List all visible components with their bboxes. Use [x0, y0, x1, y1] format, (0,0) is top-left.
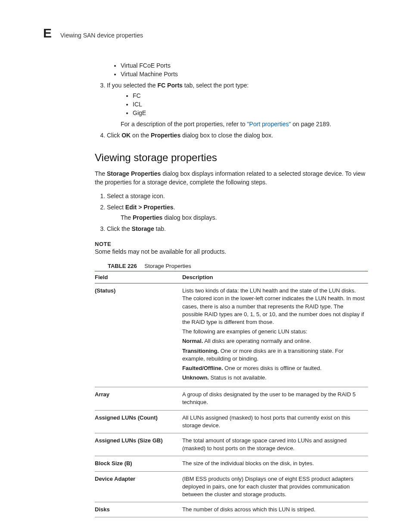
text: Click the — [107, 225, 132, 232]
desc-cell: The size of the individual blocks on the… — [182, 456, 368, 471]
intro-paragraph: The Storage Properties dialog box displa… — [95, 170, 368, 187]
step-text: tab, select the port type: — [183, 82, 249, 89]
desc-cell: The total amount of storage space carved… — [182, 433, 368, 456]
step-1: Select a storage icon. — [107, 193, 368, 199]
text: Lists two kinds of data: the LUN health … — [182, 287, 365, 326]
note-text: Some fields may not be available for all… — [95, 248, 368, 255]
step-2: Select Edit > Properties. The Properties… — [107, 204, 368, 221]
section-heading: Viewing storage properties — [95, 152, 368, 164]
text: tab. — [154, 225, 166, 232]
list-item: Virtual FCoE Ports — [121, 62, 368, 69]
text: . — [173, 204, 175, 211]
properties-label: Properties — [151, 132, 181, 139]
text: For a description of the port properties… — [121, 121, 247, 128]
field-cell: Assigned LUNs (Count) — [95, 410, 182, 433]
dialog-name: Storage Properties — [107, 170, 161, 177]
table-number: TABLE 226 — [108, 263, 137, 269]
desc-cell: The number of disks across which this LU… — [182, 502, 368, 517]
col-field: Field — [95, 271, 182, 283]
field-cell: Disks — [95, 502, 182, 517]
desc-cell: Lists two kinds of data: the LUN health … — [182, 283, 368, 387]
menu-path: Edit > Properties — [125, 204, 174, 211]
running-title: Viewing SAN device properties — [60, 32, 143, 39]
desc-cell: A group of disks designated by the user … — [182, 387, 368, 410]
table-header-row: Field Description — [95, 271, 368, 283]
status-faulted: Faulted/Offline. — [182, 365, 223, 371]
table-row: Device Adapter (IBM ESS products only) D… — [95, 471, 368, 502]
procedure-continued: If you selected the FC Ports tab, select… — [95, 82, 368, 139]
status-normal: Normal. — [182, 338, 203, 344]
text: on the — [131, 132, 151, 139]
text: Status is not available. — [209, 374, 267, 381]
port-type-list: FC ICL GigE — [107, 92, 368, 116]
running-header: E Viewing SAN device properties — [43, 26, 368, 40]
list-item: GigE — [133, 109, 368, 116]
storage-properties-table: Field Description (Status) Lists two kin… — [95, 271, 368, 517]
desc-cell: (IBM ESS products only) Displays one of … — [182, 471, 368, 502]
text: One or mores disks is offline or faulted… — [223, 365, 322, 371]
field-cell: Block Size (B) — [95, 456, 182, 471]
col-description: Description — [182, 271, 368, 283]
body-column: Virtual FCoE Ports Virtual Machine Ports… — [95, 62, 368, 517]
table-row: Assigned LUNs (Count) All LUNs assigned … — [95, 410, 368, 433]
step-4: Click OK on the Properties dialog box to… — [107, 132, 368, 139]
text: The — [95, 170, 107, 177]
list-item: ICL — [133, 101, 368, 108]
text: dialog box displays. — [162, 214, 217, 221]
list-item: FC — [133, 92, 368, 99]
step-text-bold: FC Ports — [158, 82, 183, 89]
tab-name: Storage — [132, 225, 154, 232]
step-text: If you selected the — [107, 82, 158, 89]
step-3: If you selected the FC Ports tab, select… — [107, 82, 368, 128]
desc-cell: All LUNs assigned (masked) to host ports… — [182, 410, 368, 433]
text: All disks are operating normally and onl… — [203, 338, 311, 344]
field-cell: (Status) — [95, 283, 182, 387]
table-row: Disks The number of disks across which t… — [95, 502, 368, 517]
field-cell: Device Adapter — [95, 471, 182, 502]
table-title: Storage Properties — [144, 263, 191, 269]
text: The — [121, 214, 133, 221]
step-3: Click the Storage tab. — [107, 225, 368, 232]
text: Click — [107, 132, 121, 139]
status-transitioning: Transitioning. — [182, 348, 219, 354]
note: NOTE Some fields may not be available fo… — [95, 241, 368, 255]
appendix-letter: E — [43, 26, 52, 40]
port-bullets-continued: Virtual FCoE Ports Virtual Machine Ports — [95, 62, 368, 78]
storage-steps: Select a storage icon. Select Edit > Pro… — [95, 193, 368, 232]
table-row: (Status) Lists two kinds of data: the LU… — [95, 283, 368, 387]
table-caption: TABLE 226 Storage Properties — [108, 263, 368, 269]
step-result: The Properties dialog box displays. — [121, 214, 368, 221]
field-cell: Assigned LUNs (Size GB) — [95, 433, 182, 456]
text: on page 2189. — [291, 121, 331, 128]
status-unknown: Unknown. — [182, 374, 209, 381]
ok-label: OK — [121, 132, 131, 139]
text: Select — [107, 204, 125, 211]
text: The following are examples of generic LU… — [182, 328, 365, 336]
text: dialog box to close the dialog box. — [181, 132, 273, 139]
field-cell: Array — [95, 387, 182, 410]
step-note: For a description of the port properties… — [121, 121, 368, 128]
note-label: NOTE — [95, 241, 368, 247]
table-row: Assigned LUNs (Size GB) The total amount… — [95, 433, 368, 456]
table-row: Array A group of disks designated by the… — [95, 387, 368, 410]
table-row: Block Size (B) The size of the individua… — [95, 456, 368, 471]
page: E Viewing SAN device properties Virtual … — [0, 0, 411, 532]
port-properties-link[interactable]: "Port properties" — [247, 121, 291, 128]
dialog-name: Properties — [133, 214, 162, 221]
list-item: Virtual Machine Ports — [121, 71, 368, 78]
